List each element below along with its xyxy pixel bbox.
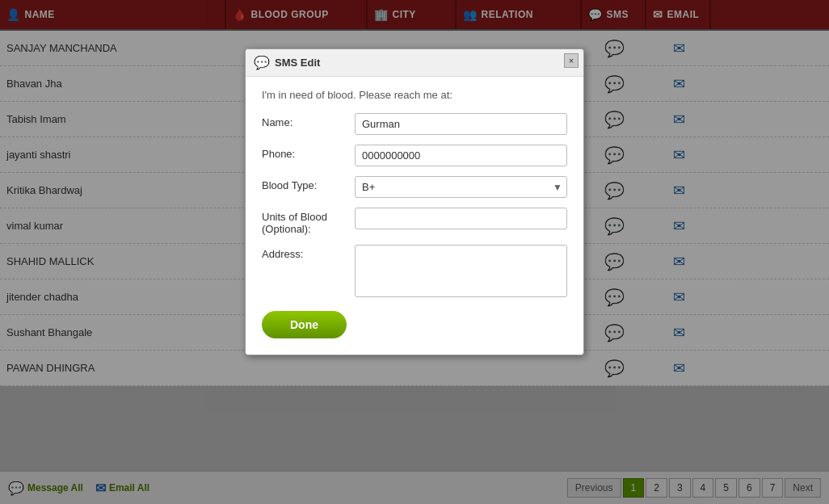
- name-label: Name:: [262, 113, 355, 128]
- name-row: Name:: [262, 113, 567, 135]
- modal-intro-text: I'm in need of blood. Please reach me at…: [262, 89, 567, 101]
- modal-overlay: 💬 SMS Edit × I'm in need of blood. Pleas…: [0, 0, 829, 386]
- address-row: Address:: [262, 245, 567, 297]
- blood-type-label: Blood Type:: [262, 176, 355, 191]
- phone-label: Phone:: [262, 145, 355, 160]
- blood-type-select-wrapper: A+ A- B+ B- AB+ AB- O+ O- ▼: [355, 176, 567, 198]
- modal-header: 💬 SMS Edit ×: [246, 49, 583, 77]
- modal-body: I'm in need of blood. Please reach me at…: [246, 77, 583, 355]
- name-input[interactable]: [355, 113, 567, 135]
- modal-title: SMS Edit: [275, 57, 320, 69]
- phone-input[interactable]: [355, 145, 567, 166]
- units-label: Units of Blood (Optional):: [262, 208, 355, 235]
- address-textarea[interactable]: [355, 245, 567, 297]
- units-row: Units of Blood (Optional):: [262, 208, 567, 235]
- sms-edit-modal: 💬 SMS Edit × I'm in need of blood. Pleas…: [245, 48, 584, 355]
- blood-type-select[interactable]: A+ A- B+ B- AB+ AB- O+ O-: [355, 176, 567, 198]
- modal-close-button[interactable]: ×: [564, 53, 579, 68]
- address-label: Address:: [262, 245, 355, 260]
- modal-sms-icon: 💬: [254, 55, 270, 70]
- done-button[interactable]: Done: [262, 311, 347, 338]
- blood-type-row: Blood Type: A+ A- B+ B- AB+ AB- O+ O- ▼: [262, 176, 567, 198]
- units-input[interactable]: [355, 208, 567, 229]
- phone-row: Phone:: [262, 145, 567, 166]
